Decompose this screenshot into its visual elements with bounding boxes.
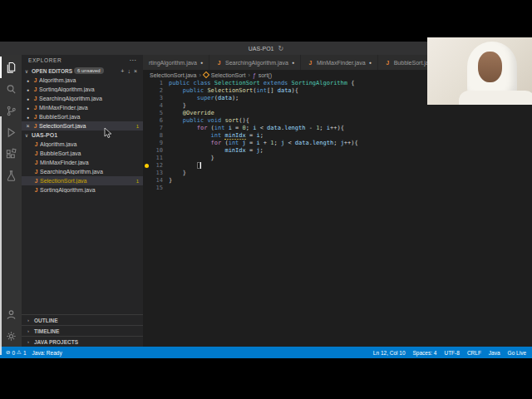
code-line[interactable]: 13 } [143, 170, 532, 177]
open-editors-header[interactable]: ∨ OPEN EDITORS 6 unsaved +↓× [22, 66, 143, 76]
code-line[interactable]: 15 [143, 185, 532, 192]
code-line[interactable]: 7 for (int i = 0; i < data.length - 1; i… [143, 125, 532, 132]
panel-java-projects[interactable]: ›JAVA PROJECTS [22, 336, 143, 347]
line-number: 15 [143, 185, 169, 192]
folder-file-item[interactable]: JSearchingAlgorithm.java [22, 167, 143, 176]
file-name: MinMaxFinder.java [39, 105, 143, 111]
status-bar: ⊘ 0 ⚠ 1 Java: Ready Ln 12, Col 10Spaces:… [0, 347, 532, 358]
breadcrumb-file[interactable]: SelectionSort.java [150, 72, 196, 78]
open-editor-item[interactable]: ×JSelectionSort.java1 [22, 121, 143, 131]
tab-searchingalgorithm-java[interactable]: JSearchingAlgorithm.java● [209, 55, 301, 70]
cursor-position[interactable]: Ln 12, Col 10 [373, 350, 406, 356]
folder-file-item[interactable]: JAlgorithm.java [22, 140, 143, 149]
open-editor-item[interactable]: ●JBubbleSort.java [22, 112, 143, 121]
encoding[interactable]: UTF-8 [444, 350, 459, 356]
breadcrumb-class[interactable]: SelectionSort [211, 72, 246, 78]
status-right-items: Ln 12, Col 10Spaces: 4UTF-8CRLFJavaGo Li… [373, 350, 526, 356]
line-number: 1 [143, 80, 169, 87]
close-all-icon[interactable]: × [134, 68, 137, 74]
java-file-icon: J [32, 114, 39, 120]
explorer-sidebar: EXPLORER ⋯ ∨ OPEN EDITORS 6 unsaved +↓× … [22, 55, 143, 347]
warning-count: 1 [23, 350, 27, 356]
code-line[interactable]: 10 minIdx = j; [143, 147, 532, 155]
line-number: 8 [143, 132, 169, 140]
account-icon[interactable] [0, 303, 22, 325]
code-line[interactable]: 5 @Override [143, 110, 532, 117]
modified-dot-icon: ● [24, 96, 32, 101]
line-number: 4 [143, 102, 169, 110]
lightbulb-icon[interactable] [145, 164, 149, 168]
folder-header[interactable]: ∨ UAS-PO1 [22, 131, 143, 140]
folder-file-item[interactable]: JSelectionSort.java1 [22, 176, 143, 185]
line-number: 14 [143, 177, 169, 185]
text-cursor [200, 162, 201, 169]
code-line[interactable]: 8 int minIdx = i; [143, 132, 532, 140]
code-line[interactable]: 14} [143, 177, 532, 185]
eol[interactable]: CRLF [467, 350, 481, 356]
open-editors-actions: +↓× [121, 68, 141, 74]
java-file-icon: J [32, 77, 39, 83]
panel-outline[interactable]: ›OUTLINE [22, 314, 143, 325]
code-text: minIdx = j; [169, 147, 532, 155]
code-text: public void sort(){ [169, 117, 532, 125]
status-left: ⊘ 0 ⚠ 1 Java: Ready [6, 349, 62, 356]
search-icon[interactable] [0, 78, 22, 100]
webcam-overlay [427, 37, 532, 105]
folder-list: JAlgorithm.javaJBubbleSort.javaJMinMaxFi… [22, 140, 143, 195]
go-live[interactable]: Go Live [508, 350, 526, 356]
folder-file-item[interactable]: JSortingAlgorithm.java [22, 185, 143, 195]
folder-file-item[interactable]: JMinMaxFinder.java [22, 158, 143, 167]
language-mode[interactable]: Java [489, 350, 500, 356]
code-line[interactable]: 11 } [143, 155, 532, 162]
problems-badge: 1 [135, 179, 143, 184]
code-line[interactable]: 6 public void sort(){ [143, 117, 532, 125]
java-status[interactable]: Java: Ready [32, 350, 62, 356]
sidebar-header: EXPLORER ⋯ [22, 55, 143, 66]
code-lines[interactable]: 1public class SelectionSort extends Sort… [143, 80, 532, 347]
folder-name: UAS-PO1 [32, 132, 57, 138]
run-debug-icon[interactable] [0, 121, 22, 143]
sync-icon[interactable]: ↻ [278, 45, 284, 52]
save-all-icon[interactable]: ↓ [127, 68, 131, 74]
source-control-icon[interactable] [0, 100, 22, 121]
testing-icon[interactable] [0, 165, 22, 186]
code-line[interactable]: 12 } [143, 162, 532, 170]
line-number: 5 [143, 110, 169, 117]
sidebar-title: EXPLORER [28, 57, 62, 63]
breadcrumb-method[interactable]: sort() [259, 72, 272, 78]
modified-dot-icon: ● [24, 106, 32, 111]
settings-gear-icon[interactable] [0, 325, 22, 347]
open-editor-item[interactable]: ●JSortingAlgorithm.java [22, 85, 143, 94]
open-editor-item[interactable]: ●JSearchingAlgorithm.java [22, 94, 143, 103]
open-editor-item[interactable]: ●JMinMaxFinder.java [22, 103, 143, 112]
file-name: BubbleSort.java [40, 150, 143, 156]
java-file-icon: J [32, 178, 40, 184]
line-number: 6 [143, 117, 169, 125]
open-editor-item[interactable]: ●JAlgorithm.java [22, 76, 143, 85]
folder-file-item[interactable]: JBubbleSort.java [22, 149, 143, 158]
line-number: 10 [143, 147, 169, 155]
problems-badge: 1 [135, 124, 143, 129]
indentation[interactable]: Spaces: 4 [413, 350, 437, 356]
tab-minmaxfinder-java[interactable]: JMinMaxFinder.java● [301, 55, 378, 70]
panel-label: TIMELINE [34, 328, 59, 334]
more-actions-icon[interactable]: ⋯ [129, 57, 136, 64]
problems-indicator[interactable]: ⊘ 0 ⚠ 1 [6, 349, 27, 356]
chevron-right-icon: › [25, 339, 32, 344]
code-text: } [169, 162, 532, 170]
explorer-icon[interactable] [0, 57, 22, 78]
new-untitled-file-icon[interactable]: + [121, 68, 124, 74]
left-edge-line [0, 116, 2, 355]
close-icon[interactable]: × [24, 123, 32, 129]
extensions-icon[interactable] [0, 143, 22, 165]
unsaved-badge: 6 unsaved [74, 67, 104, 74]
person-face [478, 52, 502, 82]
tab-rtingalgorithm-java[interactable]: rtingAlgorithm.java● [143, 55, 209, 70]
code-line[interactable]: 9 for (int j = i + 1; j < data.length; j… [143, 140, 532, 147]
code-text: for (int i = 0; i < data.length - 1; i++… [169, 125, 532, 132]
java-file-icon: J [32, 141, 40, 147]
panel-timeline[interactable]: ›TIMELINE [22, 325, 143, 336]
sidebar-panels: ›OUTLINE›TIMELINE›JAVA PROJECTS [22, 314, 143, 347]
modified-dot-icon: ● [24, 78, 32, 83]
mouse-cursor [104, 127, 112, 139]
